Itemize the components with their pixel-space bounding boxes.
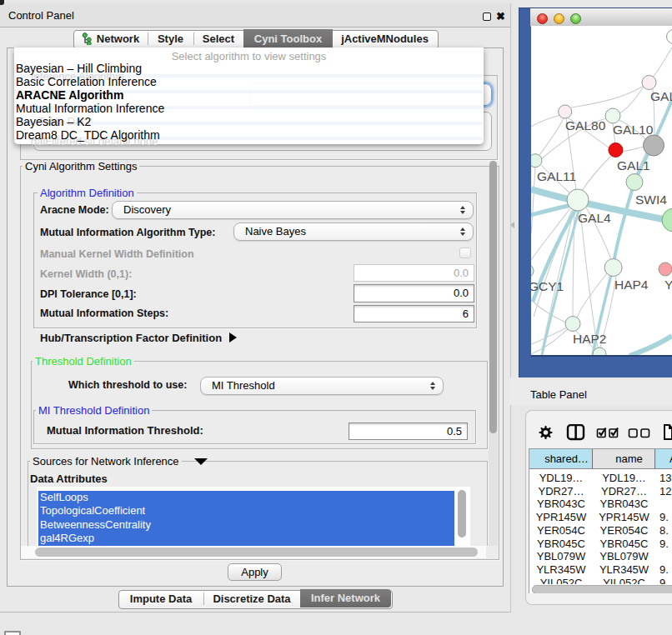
svg-text:YJ: YJ bbox=[664, 278, 672, 292]
svg-text:GAL7: GAL7 bbox=[650, 89, 672, 103]
svg-text:HAP4: HAP4 bbox=[614, 278, 649, 292]
svg-text:GAL80: GAL80 bbox=[565, 118, 606, 132]
svg-text:SWI4: SWI4 bbox=[635, 192, 667, 207]
svg-text:GAL4: GAL4 bbox=[578, 211, 611, 225]
svg-text:GAL10: GAL10 bbox=[613, 122, 654, 137]
svg-text:GCY1: GCY1 bbox=[531, 279, 564, 293]
svg-text:GAL11: GAL11 bbox=[537, 169, 576, 183]
svg-text:GAL1: GAL1 bbox=[617, 158, 650, 172]
svg-text:HAP2: HAP2 bbox=[573, 332, 607, 346]
